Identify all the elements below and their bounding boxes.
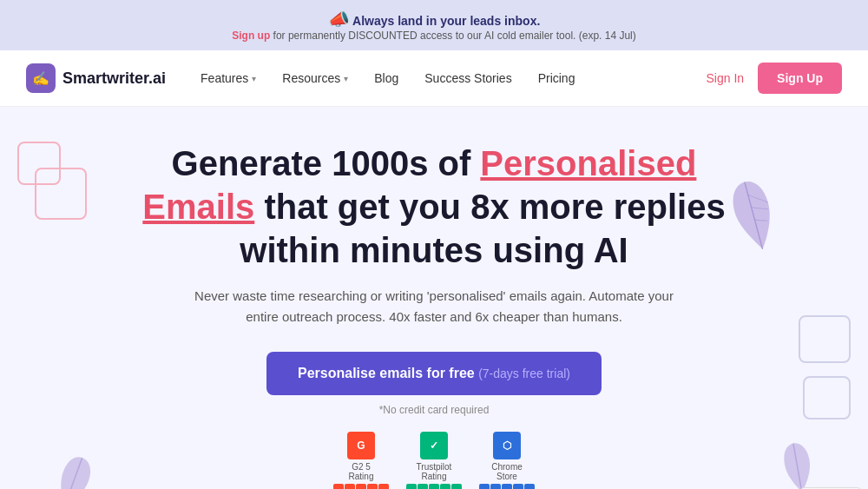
nav-right: Sign In Sign Up bbox=[707, 63, 842, 94]
navbar: ✍ Smartwriter.ai Features ▾ Resources ▾ … bbox=[0, 50, 868, 107]
top-banner: 📣 Always land in your leads inbox. Sign … bbox=[0, 0, 868, 50]
megaphone-icon: 📣 bbox=[328, 10, 350, 29]
banner-title: 📣 Always land in your leads inbox. bbox=[17, 9, 851, 30]
chrome-label: ChromeStore bbox=[491, 462, 523, 481]
trial-text: (7-days free trial) bbox=[478, 367, 570, 380]
nav-blog[interactable]: Blog bbox=[374, 71, 398, 85]
cta-button[interactable]: Personalise emails for free (7-days free… bbox=[266, 352, 602, 395]
trustpilot-badge: ✓ TrustpilotRating 2022 bbox=[406, 432, 462, 489]
features-chevron-icon: ▾ bbox=[252, 74, 256, 83]
logo-link[interactable]: ✍ Smartwriter.ai bbox=[26, 63, 166, 93]
deco-square-4 bbox=[803, 376, 851, 420]
logo-icon: ✍ bbox=[26, 63, 56, 93]
g2-label: G2 5Rating bbox=[349, 462, 374, 481]
signin-button[interactable]: Sign In bbox=[707, 71, 745, 85]
ratings-container: G G2 5Rating 2022 ✓ TrustpilotRating 202… bbox=[17, 432, 851, 489]
nav-resources[interactable]: Resources ▾ bbox=[282, 71, 348, 85]
g2-logo: G bbox=[347, 432, 375, 459]
banner-signup-link[interactable]: Sign up bbox=[232, 30, 270, 42]
g2-badge: G G2 5Rating 2022 bbox=[333, 432, 389, 489]
cta-container: Personalise emails for free (7-days free… bbox=[17, 352, 851, 404]
nav-links: Features ▾ Resources ▾ Blog Success Stor… bbox=[201, 71, 706, 85]
nav-pricing[interactable]: Pricing bbox=[538, 71, 575, 85]
deco-square-3 bbox=[799, 315, 851, 363]
nav-features[interactable]: Features ▾ bbox=[201, 71, 256, 85]
resources-chevron-icon: ▾ bbox=[344, 74, 348, 83]
hero-subtitle: Never waste time researching or writing … bbox=[191, 286, 677, 327]
trustpilot-logo: ✓ bbox=[420, 432, 448, 459]
trustpilot-label: TrustpilotRating bbox=[417, 462, 452, 481]
logo-text: Smartwriter.ai bbox=[62, 69, 166, 88]
hero-section: Generate 1000s of Personalised Emails th… bbox=[0, 107, 868, 489]
trustpilot-stars bbox=[406, 484, 462, 489]
deco-square-2 bbox=[35, 168, 87, 220]
signup-button[interactable]: Sign Up bbox=[758, 63, 842, 94]
nav-success-stories[interactable]: Success Stories bbox=[424, 71, 511, 85]
banner-subtitle: Sign up for permanently DISCOUNTED acces… bbox=[17, 30, 851, 42]
no-cc-text: *No credit card required bbox=[17, 404, 851, 416]
hero-title: Generate 1000s of Personalised Emails th… bbox=[122, 142, 746, 272]
chrome-badge: ⬡ ChromeStore 2022 bbox=[479, 432, 535, 489]
g2-stars bbox=[333, 484, 389, 489]
chrome-logo: ⬡ bbox=[493, 432, 521, 459]
chrome-stars bbox=[479, 484, 535, 489]
